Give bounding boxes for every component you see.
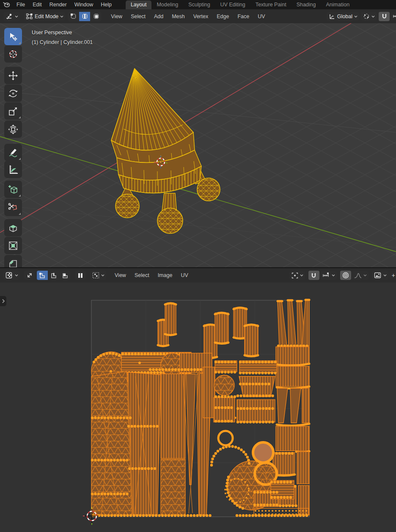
- menu-view[interactable]: View: [107, 13, 126, 20]
- add-cube-tool-button[interactable]: [4, 181, 22, 198]
- rotate-tool-icon: [8, 88, 19, 99]
- edge-select-icon: [82, 13, 88, 19]
- tab-modeling[interactable]: Modeling: [151, 0, 183, 9]
- uv-vertex-select-button[interactable]: [37, 271, 48, 280]
- extrude-region-tool-button[interactable]: [4, 219, 22, 236]
- proportional-editing-icon: [342, 272, 349, 279]
- uv-face-select-button[interactable]: [60, 271, 71, 280]
- edge-select-mode-button[interactable]: [79, 12, 90, 21]
- snap-target-dropdown[interactable]: [390, 12, 396, 21]
- face-select-icon: [93, 13, 99, 19]
- chevron-down-icon: [60, 15, 63, 18]
- scale-tool-icon: [8, 106, 19, 117]
- tab-uv-editing[interactable]: UV Editing: [215, 0, 250, 9]
- menu-uv-select[interactable]: Select: [130, 271, 154, 279]
- workspace-tabs: Layout Modeling Sculpting UV Editing Tex…: [126, 0, 355, 9]
- uv-edge-icon: [50, 272, 57, 279]
- image-icon: [374, 272, 382, 279]
- menu-uv[interactable]: UV: [253, 13, 269, 20]
- uv-editor-icon: [6, 272, 13, 279]
- vertex-select-icon: [70, 13, 77, 19]
- snap-toggle-button[interactable]: [379, 12, 390, 21]
- cursor-tool-button[interactable]: [4, 45, 22, 63]
- viewport3d-editor-icon: [6, 13, 13, 20]
- menu-render[interactable]: Render: [46, 1, 71, 8]
- chevron-down-icon: [363, 274, 367, 277]
- uv-island-icon: [77, 272, 84, 279]
- uv-snap-target-dropdown[interactable]: [320, 271, 337, 280]
- move-tool-icon: [8, 70, 19, 81]
- orientation-axes-icon: [329, 13, 336, 19]
- cursor-tool-icon: [8, 49, 19, 60]
- annotate-tool-button[interactable]: [4, 144, 22, 161]
- uv-island-select-button[interactable]: [75, 271, 86, 280]
- menu-select[interactable]: Select: [126, 13, 150, 20]
- toolbar-expand-button[interactable]: [0, 296, 6, 306]
- rotate-tool-button[interactable]: [4, 85, 22, 102]
- uv-editor-header: View Select Image UV: [0, 268, 396, 283]
- editor-type-dropdown-3d[interactable]: [3, 12, 20, 21]
- tab-layout[interactable]: Layout: [126, 0, 152, 9]
- menu-edit[interactable]: Edit: [29, 1, 46, 8]
- menu-uv-view[interactable]: View: [110, 271, 130, 279]
- uv-pivot-icon: [292, 272, 298, 279]
- viewport-overlay-text: User Perspective (1) Cylinder | Cylinder…: [32, 28, 93, 47]
- menu-vertex[interactable]: Vertex: [189, 13, 212, 20]
- image-browse-dropdown[interactable]: [372, 271, 388, 280]
- tab-sculpting[interactable]: Sculpting: [183, 0, 215, 9]
- sync-arrows-icon: [26, 272, 33, 279]
- new-image-button[interactable]: +: [389, 271, 396, 280]
- tab-texture-paint[interactable]: Texture Paint: [250, 0, 292, 9]
- mode-dropdown[interactable]: Edit Mode: [24, 12, 65, 21]
- tweak-select-tool-button[interactable]: [4, 28, 22, 45]
- scale-tool-button[interactable]: [4, 102, 22, 120]
- tab-shading[interactable]: Shading: [292, 0, 321, 9]
- menu-uv-image[interactable]: Image: [154, 271, 177, 279]
- transform-orientation-dropdown[interactable]: Global: [327, 12, 359, 21]
- menu-edge[interactable]: Edge: [212, 13, 233, 20]
- uv-edge-select-button[interactable]: [48, 271, 59, 280]
- inset-faces-icon: [8, 240, 19, 251]
- menu-help[interactable]: Help: [97, 1, 116, 8]
- falloff-curve-dropdown[interactable]: [352, 271, 368, 280]
- viewport-grid: [0, 23, 396, 267]
- chevron-down-icon: [332, 274, 335, 277]
- bevel-tool-button[interactable]: [4, 255, 22, 267]
- viewport3d-header: Edit Mode View Select Add Mes: [0, 9, 396, 24]
- inset-faces-tool-button[interactable]: [4, 237, 22, 254]
- vertex-select-mode-button[interactable]: [68, 12, 79, 21]
- uv-sync-selection-toggle[interactable]: [24, 271, 35, 280]
- 3d-scene: [0, 23, 396, 267]
- menu-add[interactable]: Add: [150, 13, 168, 20]
- move-tool-button[interactable]: [4, 67, 22, 84]
- proportional-editing-toggle[interactable]: [340, 271, 351, 280]
- falloff-curve-icon: [354, 272, 362, 279]
- uv-islands-scene: .isl{stroke:#f5861a;stroke-width:1.3;} .…: [0, 282, 396, 532]
- tab-animation[interactable]: Animation: [321, 0, 355, 9]
- sticky-selection-icon: [92, 272, 99, 279]
- uv-canvas[interactable]: .isl{stroke:#f5861a;stroke-width:1.3;} .…: [0, 282, 396, 532]
- menu-file[interactable]: File: [13, 1, 29, 8]
- uv-snap-toggle-button[interactable]: [308, 271, 319, 280]
- annotate-pen-icon: [8, 147, 19, 158]
- transform-tool-icon: [8, 124, 19, 135]
- face-select-mode-button[interactable]: [91, 12, 102, 21]
- uv-vertex-icon: [39, 272, 46, 279]
- menu-uv-uv[interactable]: UV: [176, 271, 192, 279]
- menu-face[interactable]: Face: [233, 13, 253, 20]
- magnet-icon: [381, 13, 388, 19]
- measure-protractor-icon: [8, 164, 19, 175]
- editor-type-dropdown-uv[interactable]: [3, 271, 20, 280]
- topbar: File Edit Render Window Help Layout Mode…: [0, 0, 396, 9]
- uv-pivot-dropdown[interactable]: [289, 271, 305, 280]
- menu-window[interactable]: Window: [71, 1, 97, 8]
- 3d-viewport-canvas[interactable]: User Perspective (1) Cylinder | Cylinder…: [0, 23, 396, 267]
- knife-cut-tool-button[interactable]: [4, 199, 22, 216]
- sticky-selection-dropdown[interactable]: [90, 271, 106, 280]
- pivot-point-dropdown[interactable]: [361, 12, 377, 21]
- blender-logo-icon[interactable]: [0, 2, 13, 8]
- menu-mesh[interactable]: Mesh: [168, 13, 189, 20]
- measure-tool-button[interactable]: [4, 161, 22, 178]
- transform-tool-button[interactable]: [4, 121, 22, 138]
- mesh-select-mode-group: [68, 12, 102, 21]
